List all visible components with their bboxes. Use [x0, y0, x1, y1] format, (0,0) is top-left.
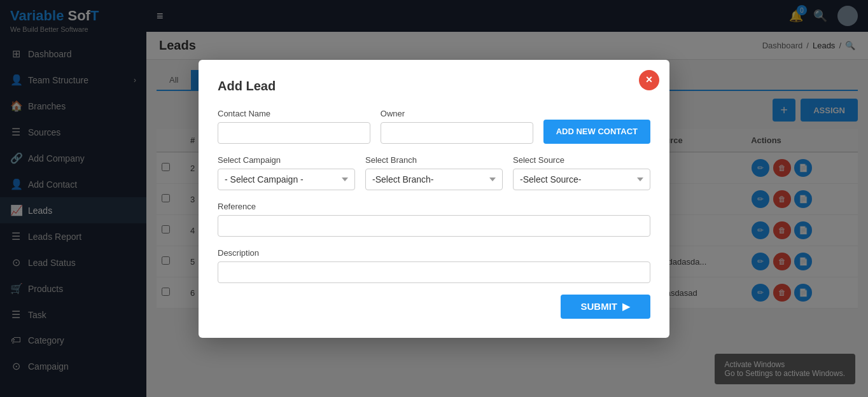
contact-name-label: Contact Name: [218, 109, 370, 118]
modal-overlay[interactable]: Add Lead × Contact Name Owner ADD NEW CO…: [0, 0, 868, 397]
reference-label: Reference: [218, 202, 650, 211]
description-label: Description: [218, 248, 650, 258]
reference-input[interactable]: [218, 215, 650, 237]
branch-select[interactable]: -Select Branch-: [365, 169, 503, 190]
form-row-contact: Contact Name Owner ADD NEW CONTACT: [218, 109, 650, 144]
source-group: Select Source -Select Source-: [513, 155, 650, 190]
submit-label: SUBMIT: [581, 301, 618, 312]
campaign-label: Select Campaign: [218, 155, 355, 165]
add-new-contact-button[interactable]: ADD NEW CONTACT: [543, 120, 650, 144]
form-row-reference: Reference: [218, 202, 650, 237]
owner-group: Owner: [381, 109, 533, 144]
submit-button[interactable]: SUBMIT ▶: [561, 295, 651, 319]
source-label: Select Source: [513, 155, 650, 165]
form-row-description: Description: [218, 248, 650, 283]
owner-input[interactable]: [381, 122, 533, 144]
owner-label: Owner: [381, 109, 533, 118]
source-select[interactable]: -Select Source-: [513, 169, 650, 190]
modal-title: Add Lead: [218, 79, 650, 94]
add-lead-modal: Add Lead × Contact Name Owner ADD NEW CO…: [199, 60, 669, 338]
modal-close-button[interactable]: ×: [639, 70, 659, 90]
contact-name-group: Contact Name: [218, 109, 370, 144]
form-row-campaign: Select Campaign - Select Campaign - Sele…: [218, 155, 650, 190]
submit-arrow-icon: ▶: [622, 301, 630, 312]
campaign-select[interactable]: - Select Campaign -: [218, 169, 355, 190]
description-input[interactable]: [218, 261, 650, 283]
branch-label: Select Branch: [365, 155, 503, 165]
contact-name-input[interactable]: [218, 122, 370, 144]
branch-group: Select Branch -Select Branch-: [365, 155, 503, 190]
description-group: Description: [218, 248, 650, 283]
add-contact-group: ADD NEW CONTACT: [543, 109, 650, 144]
submit-row: SUBMIT ▶: [218, 295, 650, 319]
campaign-group: Select Campaign - Select Campaign -: [218, 155, 355, 190]
reference-group: Reference: [218, 202, 650, 237]
